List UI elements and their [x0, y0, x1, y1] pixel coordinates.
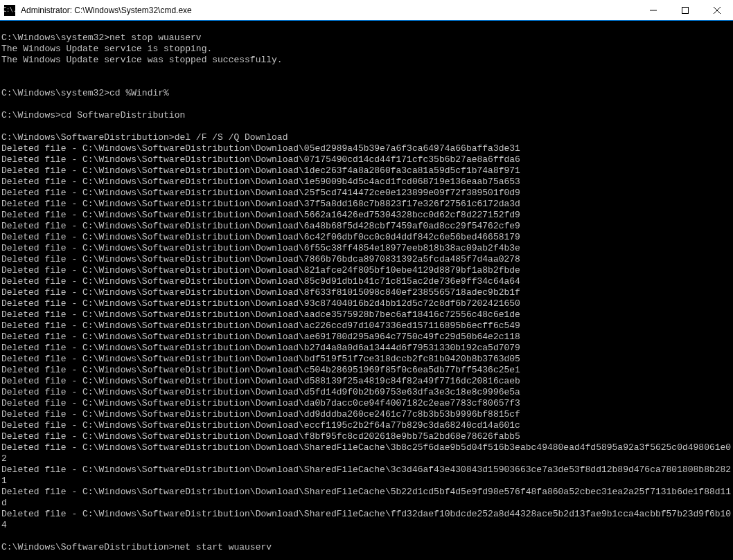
terminal-empty-line	[1, 66, 732, 77]
terminal-command-line: C:\Windows\system32>net stop wuauserv	[1, 33, 732, 44]
terminal-output-line: The Windows Update service was stopped s…	[1, 55, 732, 66]
terminal-command-line: C:\Windows>cd SoftwareDistribution	[1, 110, 732, 121]
terminal-command-line: C:\Windows\SoftwareDistribution>net star…	[1, 542, 732, 553]
terminal-output-line: Deleted file - C:\Windows\SoftwareDistri…	[1, 309, 732, 320]
terminal-output-line: Deleted file - C:\Windows\SoftwareDistri…	[1, 365, 732, 376]
terminal-output-line: Deleted file - C:\Windows\SoftwareDistri…	[1, 387, 732, 398]
terminal-output-line: Deleted file - C:\Windows\SoftwareDistri…	[1, 221, 732, 232]
terminal-output-line: The Windows Update service is stopping.	[1, 44, 732, 55]
terminal-output-line: Deleted file - C:\Windows\SoftwareDistri…	[1, 254, 732, 265]
cmd-icon: C:\.	[4, 5, 15, 16]
minimize-button[interactable]	[637, 0, 669, 20]
terminal-output-line: Deleted file - C:\Windows\SoftwareDistri…	[1, 265, 732, 276]
terminal-output-line: Deleted file - C:\Windows\SoftwareDistri…	[1, 243, 732, 254]
terminal-output-line: Deleted file - C:\Windows\SoftwareDistri…	[1, 298, 732, 309]
terminal-output-line: Deleted file - C:\Windows\SoftwareDistri…	[1, 210, 732, 221]
terminal-command-line: C:\Windows\SoftwareDistribution>del /F /…	[1, 132, 732, 143]
terminal-output-line: Deleted file - C:\Windows\SoftwareDistri…	[1, 199, 732, 210]
title-bar: C:\. Administrator: C:\Windows\System32\…	[0, 0, 733, 21]
terminal-output-line: Deleted file - C:\Windows\SoftwareDistri…	[1, 420, 732, 431]
terminal-output-line: Deleted file - C:\Windows\SoftwareDistri…	[1, 320, 732, 332]
terminal-empty-line	[1, 531, 732, 542]
terminal-empty-line	[1, 77, 732, 88]
terminal-output-line: Deleted file - C:\Windows\SoftwareDistri…	[1, 188, 732, 199]
terminal-output-line: Deleted file - C:\Windows\SoftwareDistri…	[1, 354, 732, 365]
terminal-empty-line	[1, 121, 732, 132]
terminal-command-line: C:\Windows\system32>cd %Windir%	[1, 88, 732, 99]
close-button[interactable]	[701, 0, 733, 20]
terminal-output-line: Deleted file - C:\Windows\SoftwareDistri…	[1, 232, 732, 243]
terminal-output-line: Deleted file - C:\Windows\SoftwareDistri…	[1, 165, 732, 177]
terminal-output-line: Deleted file - C:\Windows\SoftwareDistri…	[1, 464, 732, 487]
window-controls	[637, 0, 733, 20]
terminal-output-line: Deleted file - C:\Windows\SoftwareDistri…	[1, 431, 732, 442]
terminal-output-line: Deleted file - C:\Windows\SoftwareDistri…	[1, 332, 732, 343]
terminal-output-line: Deleted file - C:\Windows\SoftwareDistri…	[1, 487, 732, 509]
terminal-output-line: Deleted file - C:\Windows\SoftwareDistri…	[1, 509, 732, 531]
terminal-output-line: Deleted file - C:\Windows\SoftwareDistri…	[1, 177, 732, 188]
terminal-output-line: Deleted file - C:\Windows\SoftwareDistri…	[1, 398, 732, 409]
terminal-empty-line	[1, 99, 732, 110]
svg-rect-1	[682, 7, 689, 13]
terminal-output-line: Deleted file - C:\Windows\SoftwareDistri…	[1, 376, 732, 387]
terminal-output-line: Deleted file - C:\Windows\SoftwareDistri…	[1, 343, 732, 354]
window-title: Administrator: C:\Windows\System32\cmd.e…	[19, 6, 637, 15]
terminal-empty-line	[1, 21, 732, 33]
terminal-output-line: Deleted file - C:\Windows\SoftwareDistri…	[1, 276, 732, 287]
terminal-output-line: Deleted file - C:\Windows\SoftwareDistri…	[1, 154, 732, 165]
maximize-button[interactable]	[669, 0, 701, 20]
terminal-output-line: Deleted file - C:\Windows\SoftwareDistri…	[1, 287, 732, 298]
terminal-output-line: Deleted file - C:\Windows\SoftwareDistri…	[1, 143, 732, 154]
terminal-output-line: Deleted file - C:\Windows\SoftwareDistri…	[1, 409, 732, 420]
terminal-output[interactable]: C:\Windows\system32>net stop wuauservThe…	[0, 21, 733, 560]
terminal-output-line: Deleted file - C:\Windows\SoftwareDistri…	[1, 442, 732, 464]
